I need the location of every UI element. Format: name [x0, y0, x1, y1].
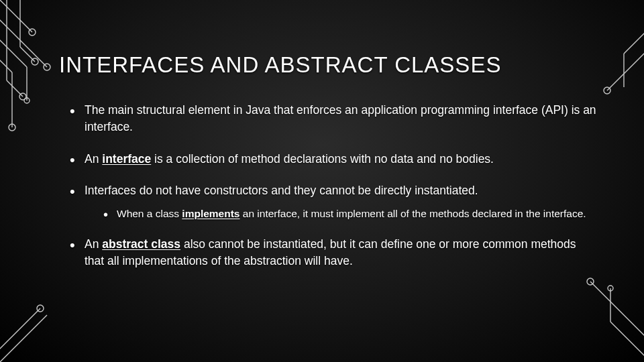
bullet-text: An [85, 237, 102, 251]
bullet-item: An abstract class also cannot be instant… [70, 236, 597, 270]
svg-point-17 [37, 305, 44, 312]
bullet-text: An [85, 152, 102, 166]
slide-content: INTERFACES AND ABSTRACT CLASSES The main… [0, 0, 644, 270]
slide-title: INTERFACES AND ABSTRACT CLASSES [59, 52, 597, 78]
svg-line-18 [0, 315, 47, 362]
svg-point-24 [587, 278, 594, 285]
svg-line-25 [610, 322, 644, 362]
bullet-text: Interfaces do not have constructors and … [85, 184, 478, 197]
bullet-list: The main structural element in Java that… [59, 102, 597, 270]
svg-point-27 [608, 286, 613, 291]
bullet-item: An interface is a collection of method d… [70, 151, 597, 168]
bullet-text: The main structural element in Java that… [85, 103, 596, 133]
slide: INTERFACES AND ABSTRACT CLASSES The main… [0, 0, 644, 362]
sub-bullet-list: When a class implements an interface, it… [85, 206, 597, 221]
bullet-text: an interface, it must implement all of t… [240, 208, 586, 219]
keyword-implements: implements [182, 208, 239, 219]
bullet-text: is a collection of method declarations w… [151, 152, 494, 166]
sub-bullet-item: When a class implements an interface, it… [103, 206, 597, 221]
bullet-item: Interfaces do not have constructors and … [70, 182, 597, 221]
svg-line-23 [590, 282, 644, 349]
bullet-item: The main structural element in Java that… [70, 102, 597, 136]
bullet-text: When a class [117, 208, 182, 219]
keyword-abstract-class: abstract class [102, 237, 180, 251]
svg-line-16 [0, 308, 40, 362]
keyword-interface: interface [102, 152, 151, 166]
